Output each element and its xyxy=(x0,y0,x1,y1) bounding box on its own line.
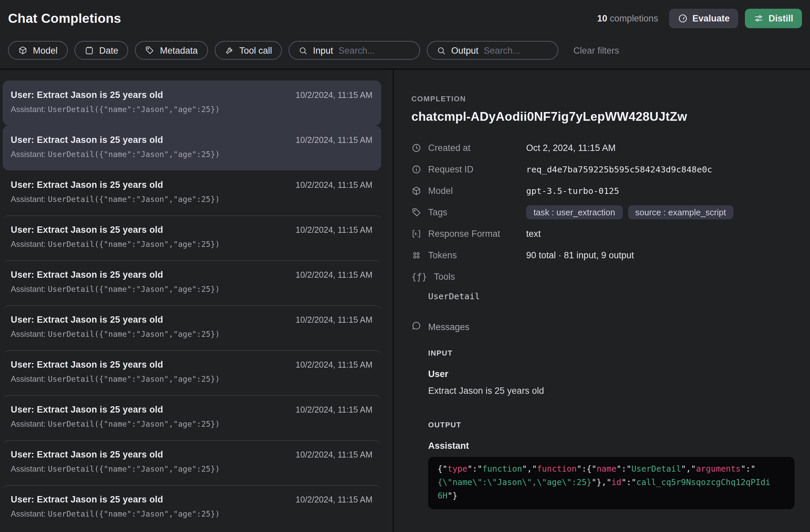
compass-icon xyxy=(678,13,687,23)
row-timestamp: 10/2/2024, 11:15 AM xyxy=(296,135,372,145)
meta-row-created: Created at Oct 2, 2024, 11:15 AM xyxy=(411,141,795,155)
completion-list-item[interactable]: User: Extract Jason is 25 years old 10/2… xyxy=(3,260,381,305)
header: Chat Completions 10 completions Evaluate xyxy=(0,0,810,68)
row-timestamp: 10/2/2024, 11:15 AM xyxy=(296,495,372,504)
metadata-list: Created at Oct 2, 2024, 11:15 AM Request… xyxy=(411,141,795,301)
token-grid-icon xyxy=(411,250,421,260)
search-icon xyxy=(299,46,308,55)
function-braces-icon: {ƒ} xyxy=(411,272,427,282)
completions-count: 10 completions xyxy=(597,13,658,23)
output-role: Assistant xyxy=(428,441,795,451)
meta-row-response-format: Response Format text xyxy=(411,227,795,241)
output-code-block: {"type":"function","function":{"name":"U… xyxy=(428,457,795,509)
row-user-text: User: Extract Jason is 25 years old xyxy=(11,360,163,370)
row-assistant-text: Assistant: UserDetail({"name":"Jason","a… xyxy=(11,329,372,339)
completion-list-item[interactable]: User: Extract Jason is 25 years old 10/2… xyxy=(3,305,381,350)
tag-chips: task : user_extractionsource : example_s… xyxy=(526,205,733,219)
output-search-field[interactable] xyxy=(484,45,549,55)
completion-list-item[interactable]: User: Extract Jason is 25 years old 10/2… xyxy=(3,395,381,440)
meta-row-request-id: Request ID req_d4e7ba759225b595c584243d9… xyxy=(411,162,795,177)
row-timestamp: 10/2/2024, 11:15 AM xyxy=(296,405,372,415)
row-assistant-text: Assistant: UserDetail({"name":"Jason","a… xyxy=(11,509,372,519)
clock-icon xyxy=(411,143,421,153)
created-at-value: Oct 2, 2024, 11:15 AM xyxy=(526,143,616,153)
completion-list-item[interactable]: User: Extract Jason is 25 years old 10/2… xyxy=(3,440,381,485)
filter-metadata[interactable]: Metadata xyxy=(135,41,208,60)
section-label: COMPLETION xyxy=(411,95,795,103)
row-timestamp: 10/2/2024, 11:15 AM xyxy=(296,90,372,100)
filter-model[interactable]: Model xyxy=(8,41,68,60)
completion-list-item[interactable]: User: Extract Jason is 25 years old 10/2… xyxy=(3,485,381,530)
info-icon xyxy=(411,164,421,174)
brackets-icon xyxy=(411,229,421,239)
completion-id: chatcmpl-ADyAodii0NF7ig7yLepWW428UJtZw xyxy=(411,109,795,124)
tag-chip: task : user_extraction xyxy=(526,205,622,219)
model-value: gpt-3.5-turbo-0125 xyxy=(526,186,619,196)
meta-row-tokens: Tokens 90 total · 81 input, 9 output xyxy=(411,248,795,262)
row-timestamp: 10/2/2024, 11:15 AM xyxy=(296,181,372,190)
request-id-value: req_d4e7ba759225b595c584243d9c848e0c xyxy=(526,164,712,174)
completions-list[interactable]: User: Extract Jason is 25 years old 10/2… xyxy=(0,70,394,532)
row-assistant-text: Assistant: UserDetail({"name":"Jason","a… xyxy=(11,375,372,384)
row-user-text: User: Extract Jason is 25 years old xyxy=(11,449,163,460)
row-assistant-text: Assistant: UserDetail({"name":"Jason","a… xyxy=(11,105,372,114)
completion-detail-panel: COMPLETION chatcmpl-ADyAodii0NF7ig7yLepW… xyxy=(394,70,810,532)
completion-list-item[interactable]: User: Extract Jason is 25 years old 10/2… xyxy=(3,350,381,395)
input-search[interactable]: Input xyxy=(289,41,420,60)
row-user-text: User: Extract Jason is 25 years old xyxy=(11,90,163,100)
tag-icon xyxy=(411,207,421,217)
output-search[interactable]: Output xyxy=(427,41,559,60)
tool-name: UserDetail xyxy=(428,291,795,301)
row-user-text: User: Extract Jason is 25 years old xyxy=(11,225,163,235)
row-timestamp: 10/2/2024, 11:15 AM xyxy=(296,450,372,460)
distill-button[interactable]: Distill xyxy=(745,9,802,28)
output-section-label: OUTPUT xyxy=(428,421,795,429)
row-user-text: User: Extract Jason is 25 years old xyxy=(11,270,163,280)
row-assistant-text: Assistant: UserDetail({"name":"Jason","a… xyxy=(11,284,372,294)
row-assistant-text: Assistant: UserDetail({"name":"Jason","a… xyxy=(11,419,372,429)
row-assistant-text: Assistant: UserDetail({"name":"Jason","a… xyxy=(11,195,372,204)
row-timestamp: 10/2/2024, 11:15 AM xyxy=(296,315,372,325)
input-search-field[interactable] xyxy=(339,45,410,55)
meta-row-tools: {ƒ} Tools xyxy=(411,270,795,284)
filter-tool-call[interactable]: Tool call xyxy=(214,41,282,60)
row-user-text: User: Extract Jason is 25 years old xyxy=(11,404,163,415)
messages-section-header: Messages xyxy=(411,321,795,333)
row-user-text: User: Extract Jason is 25 years old xyxy=(11,315,163,325)
row-assistant-text: Assistant: UserDetail({"name":"Jason","a… xyxy=(11,239,372,249)
cube-icon xyxy=(18,46,28,55)
row-timestamp: 10/2/2024, 11:15 AM xyxy=(296,270,372,280)
completion-list-item[interactable]: User: Extract Jason is 25 years old 10/2… xyxy=(3,170,381,215)
row-timestamp: 10/2/2024, 11:15 AM xyxy=(296,226,372,235)
chat-bubble-icon xyxy=(411,321,421,333)
evaluate-button[interactable]: Evaluate xyxy=(669,9,738,28)
clear-filters-link[interactable]: Clear filters xyxy=(573,45,619,55)
row-assistant-text: Assistant: UserDetail({"name":"Jason","a… xyxy=(11,464,372,473)
app-window: Chat Completions 10 completions Evaluate xyxy=(0,0,810,532)
input-role: User xyxy=(428,369,795,379)
calendar-icon xyxy=(84,46,94,55)
row-user-text: User: Extract Jason is 25 years old xyxy=(11,180,163,190)
row-user-text: User: Extract Jason is 25 years old xyxy=(11,495,163,504)
completion-list-item[interactable]: User: Extract Jason is 25 years old 10/2… xyxy=(3,126,381,170)
tokens-value: 90 total · 81 input, 9 output xyxy=(526,250,634,260)
cube-icon xyxy=(411,186,421,196)
filter-bar: Model Date Metadata Tool call xyxy=(8,41,802,68)
page-title: Chat Completions xyxy=(8,11,121,26)
wrench-icon xyxy=(225,46,234,55)
meta-row-tags: Tags task : user_extractionsource : exam… xyxy=(411,205,795,219)
completion-list-item[interactable]: User: Extract Jason is 25 years old 10/2… xyxy=(3,215,381,260)
response-format-value: text xyxy=(526,229,541,239)
tag-icon xyxy=(145,46,155,55)
input-section-label: INPUT xyxy=(428,349,795,357)
search-icon xyxy=(437,46,446,55)
row-timestamp: 10/2/2024, 11:15 AM xyxy=(296,360,372,370)
row-user-text: User: Extract Jason is 25 years old xyxy=(11,135,163,145)
completion-list-item[interactable]: User: Extract Jason is 25 years old 10/2… xyxy=(3,81,381,126)
meta-row-model: Model gpt-3.5-turbo-0125 xyxy=(411,184,795,198)
row-assistant-text: Assistant: UserDetail({"name":"Jason","a… xyxy=(11,150,372,159)
filter-date[interactable]: Date xyxy=(75,41,129,60)
sliders-icon xyxy=(754,13,764,23)
tag-chip: source : example_script xyxy=(628,205,733,219)
input-message-text: Extract Jason is 25 years old xyxy=(428,386,795,396)
